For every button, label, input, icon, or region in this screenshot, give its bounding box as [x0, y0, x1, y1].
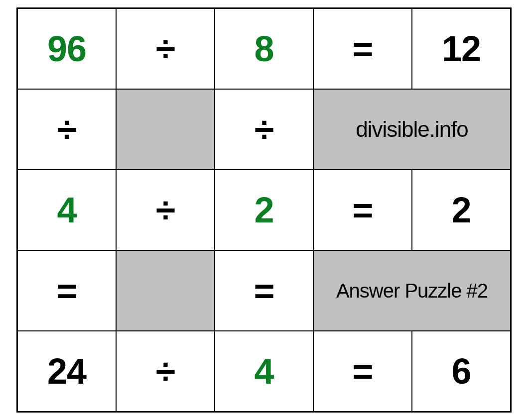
grid-row-4: 24 ÷ 4 = 6	[17, 331, 511, 412]
cell-r0c3-equals-sign: =	[313, 8, 412, 90]
cell-r1c2-divide-sign: ÷	[215, 89, 313, 170]
cell-r3c1-empty	[116, 250, 215, 331]
cell-r1-info-site: divisible.info	[313, 89, 511, 170]
cell-r0c4-quotient: 12	[412, 8, 511, 90]
cell-r2c1-divide-sign: ÷	[116, 170, 215, 250]
cell-r4c3-equals-sign: =	[313, 331, 412, 412]
cell-r4c4-quotient: 6	[412, 331, 511, 412]
cell-r2c2-divisor: 2	[215, 170, 313, 250]
cell-r4c0-dividend: 24	[17, 331, 117, 412]
cell-r1c1-empty	[116, 89, 215, 170]
grid-row-3: = = Answer Puzzle #2	[17, 250, 511, 331]
cell-r2c0-dividend: 4	[17, 170, 117, 250]
cell-r0c0-dividend: 96	[17, 8, 117, 90]
division-puzzle-grid: 96 ÷ 8 = 12 ÷ ÷ divisible.info 4 ÷ 2 = 2…	[16, 7, 512, 413]
cell-r2c3-equals-sign: =	[313, 170, 412, 250]
cell-r2c4-quotient: 2	[412, 170, 511, 250]
cell-r0c1-divide-sign: ÷	[116, 8, 215, 90]
grid-row-1: ÷ ÷ divisible.info	[17, 89, 511, 170]
cell-r4c1-divide-sign: ÷	[116, 331, 215, 412]
grid-row-0: 96 ÷ 8 = 12	[17, 8, 511, 90]
cell-r4c2-divisor: 4	[215, 331, 313, 412]
grid-row-2: 4 ÷ 2 = 2	[17, 170, 511, 250]
cell-r1c0-divide-sign: ÷	[17, 89, 117, 170]
cell-r3-info-label: Answer Puzzle #2	[313, 250, 511, 331]
cell-r3c2-equals-sign: =	[215, 250, 313, 331]
cell-r0c2-divisor: 8	[215, 8, 313, 90]
cell-r3c0-equals-sign: =	[17, 250, 117, 331]
